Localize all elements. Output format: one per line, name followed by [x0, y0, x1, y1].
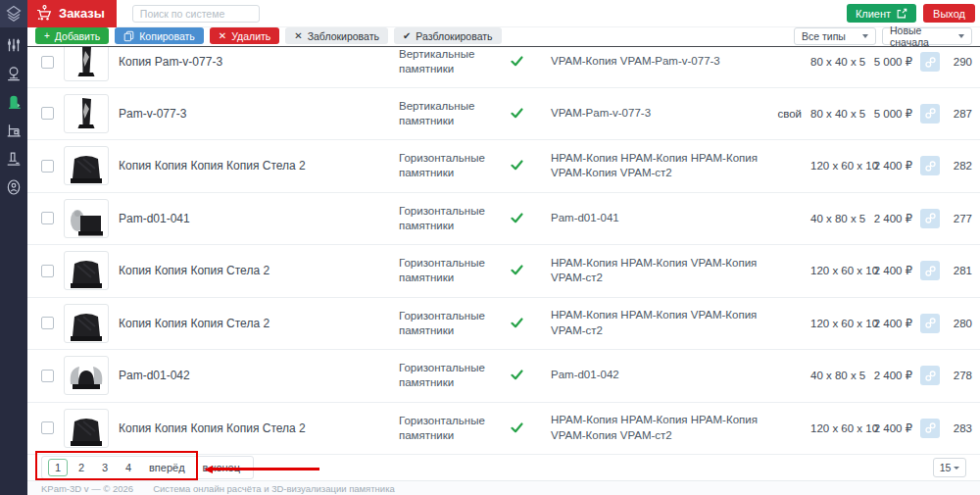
status-check-icon [502, 157, 531, 174]
product-size: 80 x 40 x 5 [810, 56, 869, 68]
table-row[interactable]: Копия Копия Копия Стела 2 Горизонтальные… [27, 298, 980, 351]
plus-icon: + [44, 31, 50, 41]
sidebar-item-pedestals[interactable] [0, 144, 27, 173]
add-button[interactable]: + Добавить [35, 27, 109, 44]
product-id: 281 [947, 265, 972, 276]
row-checkbox[interactable] [41, 212, 54, 224]
status-check-icon [502, 262, 531, 279]
sidebar-item-settings[interactable] [0, 30, 27, 59]
link-button[interactable] [920, 261, 940, 280]
chain-link-icon [924, 265, 937, 277]
page-size-select[interactable]: 15 [933, 458, 966, 477]
search-input[interactable] [132, 5, 260, 23]
table-row[interactable]: Pam-d01-042 Горизонтальные памятники Pam… [27, 350, 980, 403]
row-checkbox[interactable] [41, 160, 54, 173]
footer-version: KPam-3D v — © 2026 [41, 483, 133, 494]
pagination-next[interactable]: вперёд [142, 459, 192, 476]
status-check-icon [502, 367, 531, 384]
client-button-label: Клиент [856, 8, 891, 20]
product-size: 40 x 80 x 5 [810, 213, 869, 224]
pagination-page[interactable]: 2 [72, 459, 91, 476]
product-name: Pam-d01-042 [109, 369, 399, 382]
row-checkbox[interactable] [41, 421, 54, 434]
product-size: 40 x 80 x 5 [810, 370, 869, 381]
link-button[interactable] [920, 419, 940, 438]
pagination-page[interactable]: 3 [95, 459, 115, 476]
product-id: 282 [947, 160, 972, 172]
pagination-page[interactable]: 4 [119, 459, 138, 476]
delete-button[interactable]: ✕ Удалить [210, 27, 279, 44]
product-thumbnail [64, 199, 109, 238]
pedestal-icon [5, 150, 23, 168]
pagination-page[interactable]: 1 [48, 459, 68, 476]
pagination-bar: 1234вперёд в конец 15 [27, 455, 980, 480]
status-check-icon [502, 210, 531, 227]
block-button[interactable]: ✕ Заблокировать [285, 27, 388, 44]
sort-select[interactable]: Новые сначала [882, 27, 972, 45]
page-title: Заказы [59, 6, 105, 21]
logout-button[interactable]: Выход [923, 4, 975, 23]
product-code: HPAM-Копия HPAM-Копия VPAM-Копия VPAM-ст… [531, 308, 776, 338]
app-logo[interactable] [0, 0, 27, 27]
page-size-value: 15 [940, 462, 952, 473]
table-row[interactable]: Копия Копия Копия Копия Стела 2 Горизонт… [27, 403, 980, 456]
product-name: Копия Pam-v-077-3 [109, 55, 399, 69]
product-name: Копия Копия Копия Копия Стела 2 [109, 159, 399, 173]
orders-module-badge[interactable]: Заказы [27, 0, 117, 27]
product-price: 2 400 ₽ [869, 212, 912, 225]
wide-stela-image [68, 258, 105, 289]
sidebar-item-profile[interactable] [0, 173, 27, 201]
block-button-label: Заблокировать [308, 30, 379, 42]
product-code: VPAM-Pam-v-077-3 [531, 106, 776, 122]
monument-active-icon [5, 93, 23, 111]
product-name: Копия Копия Копия Копия Стела 2 [109, 421, 399, 435]
pagination-last[interactable]: в конец [196, 459, 247, 476]
link-button[interactable] [920, 366, 940, 385]
chevron-down-icon [958, 34, 964, 38]
link-button[interactable] [920, 156, 940, 175]
product-thumbnail [64, 251, 109, 290]
link-button[interactable] [920, 52, 940, 72]
product-id: 280 [947, 318, 972, 329]
toolbar: + Добавить Копировать ✕ Удалить ✕ Заблок… [27, 27, 980, 46]
unblock-button[interactable]: ✔ Разблокировать [394, 27, 502, 44]
row-checkbox[interactable] [41, 107, 54, 120]
orders-table: Копия Pam-v-077-3 Вертикальные памятники… [27, 46, 980, 455]
wide-stela-image [68, 416, 105, 447]
table-row[interactable]: Копия Pam-v-077-3 Вертикальные памятники… [27, 47, 980, 88]
product-category: Горизонтальные памятники [399, 204, 502, 233]
product-thumbnail [64, 146, 109, 185]
user-profile-icon [5, 178, 23, 196]
link-button[interactable] [920, 104, 940, 124]
sidebar-item-memorials[interactable] [0, 59, 27, 87]
row-checkbox[interactable] [41, 56, 54, 69]
sidebar-item-gravesites[interactable] [0, 116, 27, 144]
table-row[interactable]: Pam-d01-041 Горизонтальные памятники Pam… [27, 193, 980, 246]
sidebar-item-monuments-active[interactable] [0, 87, 27, 116]
row-checkbox[interactable] [41, 317, 54, 329]
link-button[interactable] [920, 314, 940, 333]
chain-link-icon [924, 317, 937, 329]
product-id: 278 [947, 370, 972, 381]
wide-stela-image [68, 311, 105, 342]
type-filter-value: Все типы [802, 30, 846, 42]
product-name: Pam-v-077-3 [109, 107, 399, 121]
filter-controls: Все типы Новые сначала [794, 27, 972, 45]
chain-link-icon [924, 212, 937, 224]
row-checkbox[interactable] [41, 370, 54, 382]
table-row[interactable]: Копия Копия Копия Копия Стела 2 Горизонт… [27, 140, 980, 193]
type-filter-select[interactable]: Все типы [794, 27, 876, 45]
link-button[interactable] [920, 209, 940, 228]
block-x-icon: ✕ [294, 31, 302, 41]
gravesite-icon [5, 122, 23, 139]
table-row[interactable]: Копия Копия Копия Стела 2 Горизонтальные… [27, 245, 980, 298]
product-category: Горизонтальные памятники [399, 309, 502, 338]
client-button[interactable]: Клиент [847, 4, 916, 23]
product-price: 2 400 ₽ [869, 264, 912, 277]
product-id: 277 [947, 213, 972, 224]
copy-button[interactable]: Копировать [115, 27, 204, 44]
row-checkbox[interactable] [41, 265, 54, 277]
table-row[interactable]: Pam-v-077-3 Вертикальные памятники VPAM-… [27, 88, 980, 141]
layers-diamond-icon [4, 4, 24, 24]
external-link-icon [896, 8, 907, 20]
